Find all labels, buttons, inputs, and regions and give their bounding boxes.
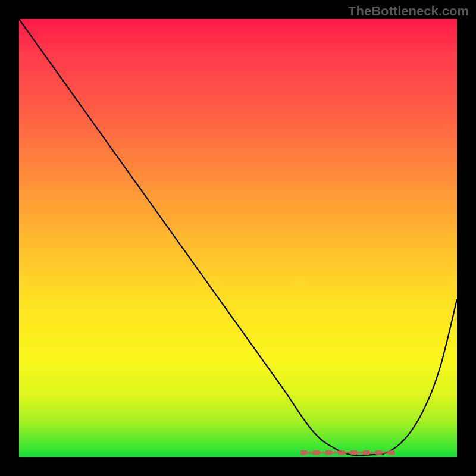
gradient-plot-area (19, 19, 457, 457)
chart-stage: TheBottleneck.com (0, 0, 476, 476)
watermark-label: TheBottleneck.com (348, 4, 469, 19)
